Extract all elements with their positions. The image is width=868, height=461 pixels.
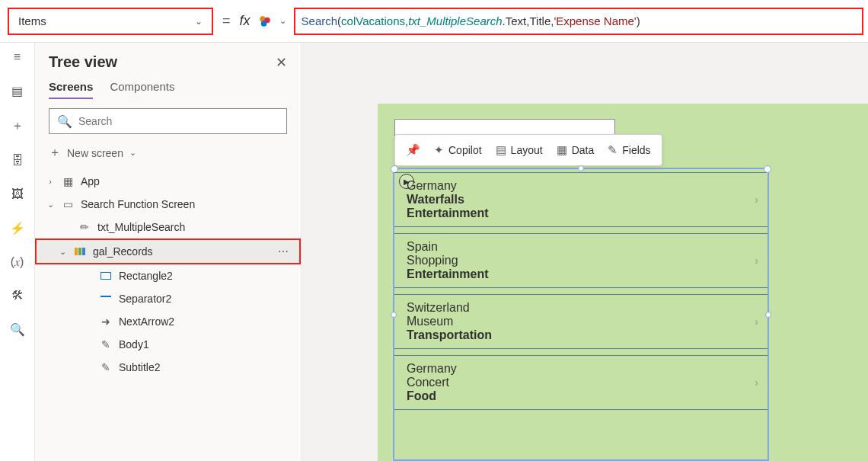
tree-node-screen[interactable]: ⌄ ▭ Search Function Screen bbox=[35, 193, 301, 216]
search-icon: 🔍 bbox=[57, 114, 72, 129]
advanced-tools-icon[interactable]: 🛠 bbox=[11, 289, 24, 303]
tree-search-input[interactable] bbox=[78, 115, 279, 127]
gallery-floating-toolbar: 📌 ✦ Copilot ▤ Layout ▦ Data ✎ Fields bbox=[394, 134, 662, 166]
tree-node-separator[interactable]: Separator2 bbox=[35, 287, 301, 310]
equals-label: = bbox=[222, 13, 231, 29]
power-automate-icon[interactable]: ⚡ bbox=[10, 221, 25, 235]
fx-icon[interactable]: fx bbox=[240, 13, 251, 29]
gallery-item[interactable]: Germany Concert Food › bbox=[394, 355, 767, 410]
svg-point-2 bbox=[260, 21, 266, 27]
textinput-icon: ✏ bbox=[78, 221, 91, 233]
toolbar-copilot-button[interactable]: ✦ Copilot bbox=[434, 143, 482, 157]
media-icon[interactable]: 🖼 bbox=[11, 187, 24, 201]
tree-node-txt[interactable]: ✏ txt_MultipleSearch bbox=[35, 216, 301, 239]
canvas[interactable]: 📌 ✦ Copilot ▤ Layout ▦ Data ✎ Fields ▶ bbox=[302, 43, 868, 461]
chevron-right-icon[interactable]: › bbox=[755, 255, 758, 267]
chevron-right-icon[interactable]: › bbox=[755, 376, 758, 389]
layout-icon: ▤ bbox=[496, 143, 506, 157]
label-icon: ✎ bbox=[99, 361, 113, 373]
variables-icon[interactable]: (𝑥) bbox=[11, 255, 24, 269]
chevron-right-icon[interactable]: › bbox=[755, 194, 758, 206]
toolbar-fields-button[interactable]: ✎ Fields bbox=[608, 143, 650, 157]
formula-bar: Items ⌄ = fx ⌄ Search(colVacations,txt_M… bbox=[0, 0, 868, 43]
tree-node-body[interactable]: ✎ Body1 bbox=[35, 333, 301, 356]
new-screen-label: New screen bbox=[67, 147, 123, 159]
grid-icon: ▦ bbox=[557, 143, 567, 157]
property-dropdown-label: Items bbox=[18, 14, 46, 27]
tree-node-gal-records[interactable]: ⌄ gal_Records ⋯ bbox=[35, 239, 301, 264]
screen-icon: ▭ bbox=[61, 198, 75, 210]
caret-down-icon: ⌄ bbox=[46, 200, 55, 210]
tree-view-panel: Tree view ✕ Screens Components 🔍 ＋ New s… bbox=[35, 43, 302, 461]
search-rail-icon[interactable]: 🔍 bbox=[10, 322, 25, 337]
toolbar-data-button[interactable]: ▦ Data bbox=[557, 143, 595, 157]
label-icon: ✎ bbox=[99, 338, 113, 351]
new-screen-button[interactable]: ＋ New screen ⌄ bbox=[35, 142, 301, 170]
nextarrow-icon: ➜ bbox=[99, 315, 113, 328]
fields-icon: ✎ bbox=[608, 143, 617, 157]
toolbar-layout-button[interactable]: ▤ Layout bbox=[496, 143, 543, 157]
chevron-right-icon[interactable]: › bbox=[755, 315, 758, 328]
hamburger-icon[interactable]: ≡ bbox=[14, 50, 21, 64]
left-rail: ≡ ▤ ＋ 🗄 🖼 ⚡ (𝑥) 🛠 🔍 bbox=[0, 43, 35, 461]
insert-icon[interactable]: ＋ bbox=[11, 118, 24, 134]
gallery-item[interactable]: Spain Shopping Entertainment › bbox=[394, 233, 767, 288]
gallery-icon bbox=[73, 248, 87, 255]
tok-func: Search bbox=[302, 14, 338, 27]
pin-icon[interactable]: 📌 bbox=[406, 143, 420, 157]
tree-node-subtitle[interactable]: ✎ Subtitle2 bbox=[35, 356, 301, 379]
tree-search-box[interactable]: 🔍 bbox=[49, 108, 287, 134]
data-icon[interactable]: 🗄 bbox=[11, 154, 24, 168]
close-icon[interactable]: ✕ bbox=[276, 54, 287, 71]
gallery-selection[interactable]: Germany Waterfalls Entertainment › Spain… bbox=[393, 168, 769, 461]
plus-icon: ＋ bbox=[49, 145, 61, 161]
main-area: ≡ ▤ ＋ 🗄 🖼 ⚡ (𝑥) 🛠 🔍 Tree view ✕ Screens … bbox=[0, 43, 868, 461]
tree-node-rectangle[interactable]: Rectangle2 bbox=[35, 264, 301, 287]
formula-chevron-icon[interactable]: ⌄ bbox=[279, 16, 286, 26]
app-icon: ▦ bbox=[61, 175, 75, 187]
rectangle-icon bbox=[99, 272, 113, 280]
gallery-item[interactable]: Switzerland Museum Transportation › bbox=[394, 294, 767, 349]
tree-view-icon[interactable]: ▤ bbox=[11, 84, 23, 98]
tab-components[interactable]: Components bbox=[110, 80, 174, 99]
chevron-down-icon: ⌄ bbox=[195, 16, 203, 27]
tree-tabs: Screens Components bbox=[35, 75, 301, 99]
caret-right-icon: › bbox=[46, 177, 55, 186]
copilot-icon[interactable] bbox=[258, 14, 272, 28]
tree-title: Tree view bbox=[49, 53, 117, 71]
tree-list: › ▦ App ⌄ ▭ Search Function Screen ✏ txt… bbox=[35, 170, 301, 461]
formula-input[interactable]: Search(colVacations,txt_MultipleSearch.T… bbox=[294, 8, 863, 35]
more-icon[interactable]: ⋯ bbox=[278, 245, 289, 258]
tree-node-app[interactable]: › ▦ App bbox=[35, 170, 301, 193]
tab-screens[interactable]: Screens bbox=[49, 80, 93, 99]
copilot-icon: ✦ bbox=[434, 143, 444, 157]
gallery-item[interactable]: Germany Waterfalls Entertainment › bbox=[394, 172, 767, 227]
caret-down-icon: ⌄ bbox=[58, 247, 67, 257]
tree-node-nextarrow[interactable]: ➜ NextArrow2 bbox=[35, 310, 301, 333]
property-dropdown[interactable]: Items ⌄ bbox=[8, 8, 213, 35]
chevron-down-icon: ⌄ bbox=[129, 148, 136, 158]
separator-icon bbox=[99, 298, 113, 299]
gallery-items: Germany Waterfalls Entertainment › Spain… bbox=[394, 169, 767, 459]
